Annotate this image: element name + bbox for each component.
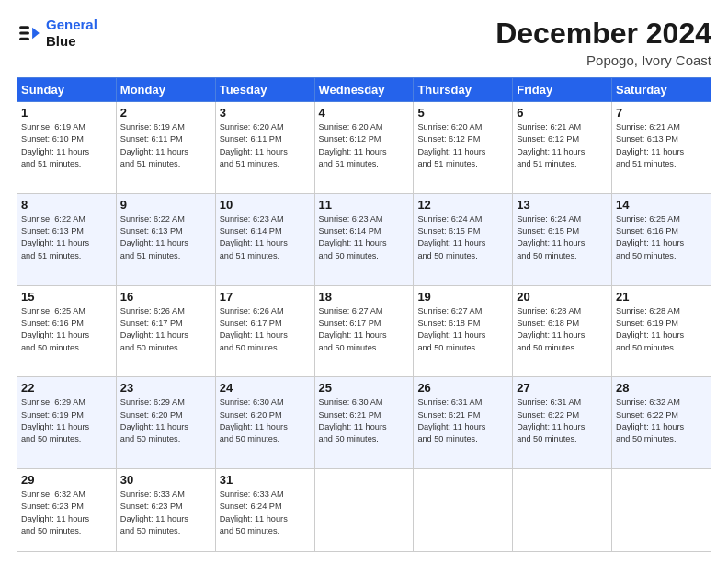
- day-number: 3: [220, 106, 311, 120]
- day-number: 11: [319, 198, 410, 212]
- cell-details: Sunrise: 6:21 AM Sunset: 6:13 PM Dayligh…: [616, 121, 707, 170]
- header: General Blue December 2024 Popogo, Ivory…: [17, 17, 711, 68]
- calendar-cell: 17Sunrise: 6:26 AM Sunset: 6:17 PM Dayli…: [215, 285, 314, 377]
- day-number: 20: [517, 290, 608, 304]
- calendar-cell: 6Sunrise: 6:21 AM Sunset: 6:12 PM Daylig…: [513, 102, 612, 194]
- day-number: 18: [319, 290, 410, 304]
- cell-details: Sunrise: 6:31 AM Sunset: 6:22 PM Dayligh…: [517, 396, 608, 445]
- calendar-cell: 2Sunrise: 6:19 AM Sunset: 6:11 PM Daylig…: [116, 102, 215, 194]
- calendar-cell: 4Sunrise: 6:20 AM Sunset: 6:12 PM Daylig…: [314, 102, 414, 194]
- month-year: December 2024: [495, 17, 711, 51]
- calendar-cell: 23Sunrise: 6:29 AM Sunset: 6:20 PM Dayli…: [116, 377, 215, 469]
- calendar-cell: 21Sunrise: 6:28 AM Sunset: 6:19 PM Dayli…: [612, 285, 711, 377]
- cell-details: Sunrise: 6:30 AM Sunset: 6:20 PM Dayligh…: [220, 396, 311, 445]
- title-block: December 2024 Popogo, Ivory Coast: [495, 17, 711, 68]
- day-number: 2: [120, 106, 211, 120]
- day-number: 6: [517, 106, 608, 120]
- cell-details: Sunrise: 6:28 AM Sunset: 6:19 PM Dayligh…: [616, 305, 707, 354]
- week-row-3: 15Sunrise: 6:25 AM Sunset: 6:16 PM Dayli…: [17, 285, 711, 377]
- cell-details: Sunrise: 6:29 AM Sunset: 6:20 PM Dayligh…: [120, 396, 211, 445]
- calendar-cell: 27Sunrise: 6:31 AM Sunset: 6:22 PM Dayli…: [513, 377, 612, 469]
- day-number: 15: [21, 290, 112, 304]
- cell-details: Sunrise: 6:32 AM Sunset: 6:23 PM Dayligh…: [21, 488, 112, 537]
- day-number: 9: [120, 198, 211, 212]
- cell-details: Sunrise: 6:32 AM Sunset: 6:22 PM Dayligh…: [616, 396, 707, 445]
- week-row-5: 29Sunrise: 6:32 AM Sunset: 6:23 PM Dayli…: [17, 469, 711, 552]
- location: Popogo, Ivory Coast: [495, 52, 711, 68]
- day-number: 29: [21, 473, 112, 487]
- cell-details: Sunrise: 6:29 AM Sunset: 6:19 PM Dayligh…: [21, 396, 112, 445]
- day-number: 28: [616, 381, 707, 395]
- page: General Blue December 2024 Popogo, Ivory…: [0, 0, 728, 563]
- week-row-4: 22Sunrise: 6:29 AM Sunset: 6:19 PM Dayli…: [17, 377, 711, 469]
- col-header-friday: Friday: [513, 78, 612, 102]
- day-number: 25: [319, 381, 410, 395]
- logo-line1: General: [46, 17, 97, 32]
- week-row-1: 1Sunrise: 6:19 AM Sunset: 6:10 PM Daylig…: [17, 102, 711, 194]
- col-header-sunday: Sunday: [17, 78, 117, 102]
- calendar-cell: 26Sunrise: 6:31 AM Sunset: 6:21 PM Dayli…: [414, 377, 513, 469]
- day-number: 14: [616, 198, 707, 212]
- calendar-cell: 14Sunrise: 6:25 AM Sunset: 6:16 PM Dayli…: [612, 193, 711, 285]
- day-number: 7: [616, 106, 707, 120]
- cell-details: Sunrise: 6:20 AM Sunset: 6:12 PM Dayligh…: [417, 121, 508, 170]
- calendar-cell: 31Sunrise: 6:33 AM Sunset: 6:24 PM Dayli…: [215, 469, 314, 552]
- cell-details: Sunrise: 6:19 AM Sunset: 6:11 PM Dayligh…: [120, 121, 211, 170]
- cell-details: Sunrise: 6:23 AM Sunset: 6:14 PM Dayligh…: [220, 213, 311, 262]
- calendar-cell: 3Sunrise: 6:20 AM Sunset: 6:11 PM Daylig…: [215, 102, 314, 194]
- calendar-cell: 18Sunrise: 6:27 AM Sunset: 6:17 PM Dayli…: [314, 285, 414, 377]
- cell-details: Sunrise: 6:30 AM Sunset: 6:21 PM Dayligh…: [319, 396, 410, 445]
- cell-details: Sunrise: 6:33 AM Sunset: 6:23 PM Dayligh…: [120, 488, 211, 537]
- calendar-cell: 10Sunrise: 6:23 AM Sunset: 6:14 PM Dayli…: [215, 193, 314, 285]
- col-header-wednesday: Wednesday: [314, 78, 414, 102]
- calendar-cell: 29Sunrise: 6:32 AM Sunset: 6:23 PM Dayli…: [17, 469, 117, 552]
- calendar-cell: [314, 469, 414, 552]
- cell-details: Sunrise: 6:31 AM Sunset: 6:21 PM Dayligh…: [417, 396, 508, 445]
- day-number: 31: [220, 473, 311, 487]
- calendar-cell: 1Sunrise: 6:19 AM Sunset: 6:10 PM Daylig…: [17, 102, 117, 194]
- day-number: 4: [319, 106, 410, 120]
- col-header-monday: Monday: [116, 78, 215, 102]
- logo: General Blue: [17, 17, 97, 50]
- week-row-2: 8Sunrise: 6:22 AM Sunset: 6:13 PM Daylig…: [17, 193, 711, 285]
- day-number: 13: [517, 198, 608, 212]
- calendar-cell: 24Sunrise: 6:30 AM Sunset: 6:20 PM Dayli…: [215, 377, 314, 469]
- svg-rect-4: [19, 38, 29, 40]
- calendar-cell: [612, 469, 711, 552]
- cell-details: Sunrise: 6:27 AM Sunset: 6:18 PM Dayligh…: [417, 305, 508, 354]
- calendar-cell: 12Sunrise: 6:24 AM Sunset: 6:15 PM Dayli…: [414, 193, 513, 285]
- day-number: 30: [120, 473, 211, 487]
- calendar-cell: 9Sunrise: 6:22 AM Sunset: 6:13 PM Daylig…: [116, 193, 215, 285]
- cell-details: Sunrise: 6:21 AM Sunset: 6:12 PM Dayligh…: [517, 121, 608, 170]
- day-number: 27: [517, 381, 608, 395]
- col-header-thursday: Thursday: [414, 78, 513, 102]
- header-row: SundayMondayTuesdayWednesdayThursdayFrid…: [17, 78, 711, 102]
- col-header-tuesday: Tuesday: [215, 78, 314, 102]
- svg-rect-2: [19, 26, 29, 29]
- day-number: 17: [220, 290, 311, 304]
- day-number: 21: [616, 290, 707, 304]
- cell-details: Sunrise: 6:22 AM Sunset: 6:13 PM Dayligh…: [21, 213, 112, 262]
- cell-details: Sunrise: 6:23 AM Sunset: 6:14 PM Dayligh…: [319, 213, 410, 262]
- day-number: 26: [417, 381, 508, 395]
- cell-details: Sunrise: 6:25 AM Sunset: 6:16 PM Dayligh…: [616, 213, 707, 262]
- day-number: 1: [21, 106, 112, 120]
- day-number: 8: [21, 198, 112, 212]
- calendar-cell: 30Sunrise: 6:33 AM Sunset: 6:23 PM Dayli…: [116, 469, 215, 552]
- calendar-cell: [414, 469, 513, 552]
- day-number: 12: [417, 198, 508, 212]
- cell-details: Sunrise: 6:24 AM Sunset: 6:15 PM Dayligh…: [417, 213, 508, 262]
- day-number: 16: [120, 290, 211, 304]
- cell-details: Sunrise: 6:27 AM Sunset: 6:17 PM Dayligh…: [319, 305, 410, 354]
- day-number: 23: [120, 381, 211, 395]
- cell-details: Sunrise: 6:20 AM Sunset: 6:12 PM Dayligh…: [319, 121, 410, 170]
- calendar: SundayMondayTuesdayWednesdayThursdayFrid…: [17, 77, 711, 552]
- calendar-cell: 28Sunrise: 6:32 AM Sunset: 6:22 PM Dayli…: [612, 377, 711, 469]
- cell-details: Sunrise: 6:24 AM Sunset: 6:15 PM Dayligh…: [517, 213, 608, 262]
- calendar-cell: 8Sunrise: 6:22 AM Sunset: 6:13 PM Daylig…: [17, 193, 117, 285]
- col-header-saturday: Saturday: [612, 78, 711, 102]
- calendar-cell: 5Sunrise: 6:20 AM Sunset: 6:12 PM Daylig…: [414, 102, 513, 194]
- cell-details: Sunrise: 6:19 AM Sunset: 6:10 PM Dayligh…: [21, 121, 112, 170]
- day-number: 24: [220, 381, 311, 395]
- day-number: 22: [21, 381, 112, 395]
